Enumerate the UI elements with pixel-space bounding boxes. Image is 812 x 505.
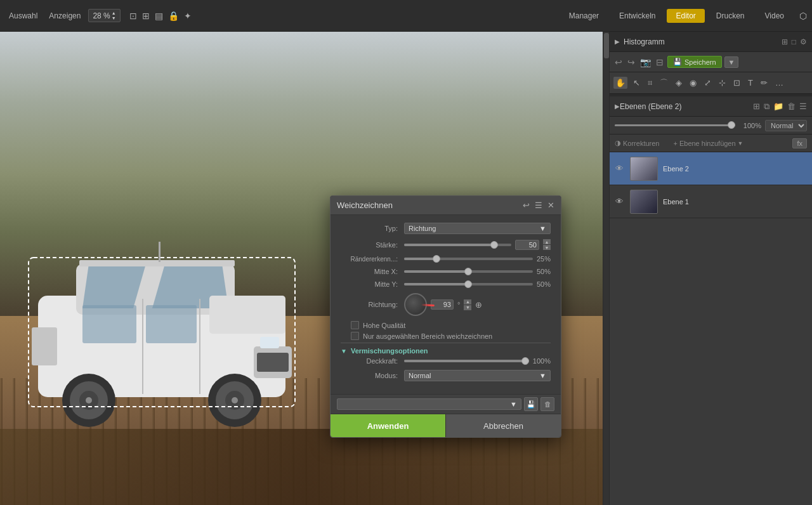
layer-delete-icon[interactable]: 🗑	[787, 102, 796, 111]
paint-tool-icon[interactable]: ✏	[759, 77, 769, 89]
dialog-back-icon[interactable]: ↩	[523, 200, 530, 210]
compare-icon[interactable]: ⊟	[655, 56, 665, 69]
crop-tool-icon[interactable]: ⊡	[731, 77, 742, 89]
eye-tool-icon[interactable]: ◉	[688, 77, 698, 89]
fx-button[interactable]: fx	[792, 138, 807, 148]
view-icon[interactable]: ▤	[155, 11, 163, 21]
fit-icon[interactable]: ⊡	[129, 11, 137, 21]
staerke-row: Stärke: 50 ▲ ▼	[341, 239, 551, 250]
randererkennung-thumb[interactable]	[433, 255, 440, 263]
layer-eye-icon-ebene1[interactable]: 👁	[613, 197, 625, 206]
mask-tool-icon[interactable]: ◈	[674, 77, 684, 89]
direction-dial[interactable]	[404, 293, 427, 316]
nav-video[interactable]: Video	[756, 9, 793, 23]
nav-editor[interactable]: Editor	[667, 9, 704, 23]
lasso-tool-icon[interactable]: ⌒	[658, 76, 670, 90]
blending-section-header: ▼ Vermischungsoptionen	[341, 343, 551, 357]
mitte-x-thumb[interactable]	[464, 268, 472, 275]
opacity-slider[interactable]	[615, 124, 735, 126]
nav-drucken[interactable]: Drucken	[707, 9, 754, 23]
layer-name-ebene2: Ebene 2	[663, 165, 808, 173]
dialog-menu-icon[interactable]: ☰	[535, 200, 542, 210]
zoom-stepper[interactable]: ▲ ▼	[112, 11, 116, 20]
more-tool-icon[interactable]: …	[773, 77, 785, 89]
typ-dropdown[interactable]: Richtung ▼	[404, 223, 551, 234]
menu-anzeigen[interactable]: Anzeigen	[45, 10, 84, 22]
typ-label: Typ:	[341, 225, 404, 232]
undo-icon[interactable]: ↩	[613, 56, 624, 69]
histogram-icons: ⊞ □ ⚙	[782, 37, 807, 46]
menu-auswahl[interactable]: Auswahl	[5, 10, 41, 22]
canvas-scrollbar[interactable]	[603, 32, 609, 505]
opacity-thumb[interactable]	[728, 121, 735, 129]
eyedropper-button[interactable]: ⊕	[475, 300, 482, 310]
selection-tool-icon[interactable]: ⌗	[646, 77, 654, 89]
apply-button[interactable]: Anwenden	[331, 414, 445, 437]
pointer-tool-icon[interactable]: ↖	[631, 77, 642, 89]
deckkraft-thumb[interactable]	[521, 357, 529, 365]
transform-tool-icon[interactable]: ⊹	[717, 77, 728, 89]
external-link-icon[interactable]: ⬡	[799, 11, 807, 21]
dialog-close-icon[interactable]: ✕	[547, 200, 554, 210]
hand-tool-icon[interactable]: ✋	[613, 77, 627, 89]
layer-eye-icon-ebene2[interactable]: 👁	[613, 164, 625, 173]
lock-icon[interactable]: 🔒	[168, 11, 179, 21]
hohe-qualitaet-label: Hohe Qualität	[363, 322, 405, 329]
move-tool-icon[interactable]: ⤢	[702, 77, 713, 89]
ebene-hinzufuegen-button[interactable]: + Ebene hinzufügen ▼	[673, 140, 743, 147]
staerke-up-button[interactable]: ▲	[543, 239, 551, 244]
svg-rect-6	[260, 337, 279, 348]
layer-header-icons: ⊞ ⧉ 📁 🗑 ☰	[753, 102, 807, 112]
layer-item-ebene2[interactable]: 👁 Ebene 2	[610, 152, 812, 185]
main-area: Weichzeichnen ↩ ☰ ✕ Typ: Richtung ▼	[0, 32, 812, 505]
staerke-slider-track[interactable]	[404, 244, 511, 246]
nav-entwickeln[interactable]: Entwickeln	[610, 9, 664, 23]
delete-preset-button[interactable]: 🗑	[540, 397, 554, 411]
text-tool-icon[interactable]: T	[746, 77, 755, 89]
histogram-view-icon[interactable]: ⊞	[782, 37, 788, 46]
mitte-x-slider[interactable]	[404, 270, 533, 273]
mitte-y-thumb[interactable]	[464, 280, 472, 288]
layer-item-ebene1[interactable]: 👁 Ebene 1	[610, 185, 812, 218]
nav-manager[interactable]: Manager	[560, 9, 608, 23]
star-icon[interactable]: ✦	[184, 11, 192, 21]
histogram-toggle-icon[interactable]: ▶	[615, 38, 620, 45]
histogram-settings-icon[interactable]: ⚙	[800, 37, 807, 46]
layer-copy-icon[interactable]: ⧉	[764, 102, 769, 112]
dialog-buttons: Anwenden Abbrechen	[331, 414, 561, 437]
grid-icon[interactable]: ⊞	[142, 11, 150, 21]
nur-ausgewaehlt-checkbox[interactable]	[351, 332, 359, 340]
preset-dropdown[interactable]: ▼	[337, 398, 521, 410]
layer-folder-icon[interactable]: 📁	[773, 102, 783, 111]
scrollbar-thumb[interactable]	[604, 33, 609, 58]
save-options-button[interactable]: ▼	[724, 56, 739, 68]
blending-toggle-icon[interactable]: ▼	[341, 348, 347, 355]
randererkennung-slider[interactable]	[404, 258, 533, 260]
staerke-down-button[interactable]: ▼	[543, 245, 551, 250]
save-preset-button[interactable]: 💾	[524, 397, 538, 411]
mitte-y-slider[interactable]	[404, 283, 533, 285]
blend-mode-select[interactable]: Normal	[765, 120, 807, 131]
svg-point-15	[86, 397, 92, 403]
layers-toggle-icon[interactable]: ▶	[615, 103, 620, 110]
modus-dropdown[interactable]: Normal ▼	[404, 370, 551, 381]
richtung-down-button[interactable]: ▼	[464, 305, 471, 310]
staerke-input[interactable]: 50	[515, 240, 539, 250]
hohe-qualitaet-checkbox[interactable]	[351, 321, 359, 329]
layer-view-icon[interactable]: ⊞	[753, 102, 760, 111]
korrekturen-button[interactable]: ◑ Korrekturen	[615, 139, 659, 147]
cancel-button[interactable]: Abbrechen	[445, 414, 561, 437]
redo-icon[interactable]: ↪	[626, 56, 636, 69]
layer-menu-icon[interactable]: ☰	[799, 102, 807, 111]
deckkraft-slider[interactable]	[404, 360, 529, 362]
save-button[interactable]: 💾 Speichern	[667, 56, 722, 68]
staerke-slider-thumb[interactable]	[490, 241, 498, 249]
zoom-control[interactable]: 28 % ▲ ▼	[88, 9, 120, 22]
histogram-channel-icon[interactable]: □	[792, 37, 796, 46]
snapshot-icon[interactable]: 📷	[639, 56, 652, 69]
canvas-area[interactable]: Weichzeichnen ↩ ☰ ✕ Typ: Richtung ▼	[0, 32, 609, 505]
car-container	[19, 213, 311, 429]
mitte-x-label: Mitte X:	[341, 268, 404, 275]
layer-actions: ◑ Korrekturen + Ebene hinzufügen ▼ fx	[610, 134, 812, 152]
richtung-up-button[interactable]: ▲	[464, 299, 471, 305]
